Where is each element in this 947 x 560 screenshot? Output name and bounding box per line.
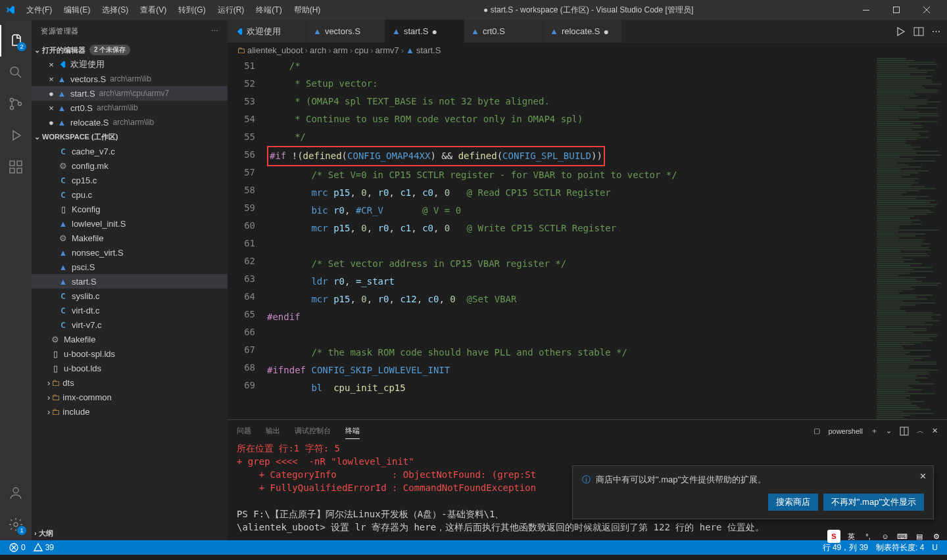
editor-tab[interactable]: ▲relocate.S● (543, 20, 622, 43)
split-terminal-icon[interactable] (900, 427, 909, 436)
menu-view[interactable]: 查看(V) (135, 2, 172, 18)
menu-edit[interactable]: 编辑(E) (59, 2, 95, 18)
file-tree-item[interactable]: ▲lowlevel_init.S (32, 216, 228, 231)
ime-emoji-icon[interactable]: ☺ (879, 530, 892, 543)
panel-tab-problems[interactable]: 问题 (237, 423, 251, 438)
menu-file[interactable]: 文件(F) (21, 2, 57, 18)
breadcrumb-item[interactable]: armv7 (376, 45, 399, 55)
breadcrumb-item[interactable]: alientek_uboot (247, 45, 303, 55)
run-icon[interactable] (895, 26, 906, 37)
activity-bar: 2 1 (0, 20, 32, 540)
svg-rect-9 (17, 161, 22, 166)
code-area[interactable]: 51525354555657585960616263646566676869 /… (228, 57, 947, 419)
vscode-logo-icon (5, 5, 16, 15)
activity-settings[interactable]: 1 (0, 509, 32, 540)
open-editor-item[interactable]: ×▲crt0.Sarch\arm\lib (32, 101, 228, 115)
file-tree-item[interactable]: ⚙Makefile (32, 231, 228, 245)
ime-icon[interactable]: S (827, 530, 840, 543)
workspace-header[interactable]: ⌄ WORKSPACE (工作区) (32, 129, 228, 144)
file-tree-item[interactable]: ⚙Makefile (32, 332, 228, 346)
file-tree-item[interactable]: Cvirt-dt.c (32, 303, 228, 317)
editor-tab[interactable]: ▲vectors.S (306, 20, 385, 43)
panel-tab-debug[interactable]: 调试控制台 (295, 423, 331, 438)
terminal-shell-icon[interactable]: ▢ (813, 427, 820, 435)
sidebar-more-icon[interactable]: ⋯ (211, 27, 219, 35)
activity-debug[interactable] (0, 120, 32, 151)
activity-account[interactable] (0, 477, 32, 509)
menu-help[interactable]: 帮助(H) (289, 2, 326, 18)
panel-tab-output[interactable]: 输出 (266, 423, 280, 438)
file-tree-item[interactable]: ▲start.S (32, 274, 228, 289)
editor-tab[interactable]: 欢迎使用 (228, 20, 306, 43)
dismiss-toast-button[interactable]: 不再对".map"文件显示 (823, 494, 924, 511)
activity-extensions[interactable] (0, 151, 32, 183)
file-tree-item[interactable]: Ccp15.c (32, 173, 228, 187)
terminal-dropdown-icon[interactable]: ⌄ (886, 427, 892, 435)
open-editor-item[interactable]: ●▲start.Sarch\arm\cpu\armv7 (32, 86, 228, 101)
new-terminal-icon[interactable]: ＋ (871, 426, 878, 436)
window-controls (851, 0, 942, 20)
outline-header[interactable]: › 大纲 (32, 526, 228, 540)
status-encoding[interactable]: U (928, 543, 942, 552)
open-editors-header[interactable]: ⌄ 打开的编辑器 2 个未保存 (32, 43, 228, 57)
maximize-panel-icon[interactable]: ︿ (917, 426, 924, 436)
status-errors[interactable]: 0 (5, 543, 30, 552)
ime-punct-icon[interactable]: °, (862, 530, 875, 543)
open-editor-item[interactable]: ●▲relocate.Sarch\arm\lib (32, 115, 228, 129)
file-tree-folder[interactable]: ›🗀include (32, 404, 228, 419)
svg-rect-1 (894, 7, 900, 13)
breadcrumb[interactable]: 🗀 alientek_uboot› arch› arm› cpu› armv7›… (228, 43, 947, 57)
file-tree-folder[interactable]: ›🗀imx-common (32, 390, 228, 404)
ime-keyboard-icon[interactable]: ⌨ (896, 530, 909, 543)
minimap[interactable] (875, 57, 947, 419)
file-tree-item[interactable]: Ccache_v7.c (32, 144, 228, 158)
close-button[interactable] (911, 0, 942, 20)
window-title: ● start.S - workspace (工作区) - Visual Stu… (326, 5, 851, 16)
open-editor-item[interactable]: ×欢迎使用 (32, 57, 228, 72)
status-warnings[interactable]: 39 (30, 543, 58, 552)
menu-selection[interactable]: 选择(S) (97, 2, 134, 18)
close-toast-icon[interactable]: ✕ (919, 471, 927, 481)
open-editors-list: ×欢迎使用×▲vectors.Sarch\arm\lib●▲start.Sarc… (32, 57, 228, 129)
open-editor-item[interactable]: ×▲vectors.Sarch\arm\lib (32, 72, 228, 86)
file-tree-item[interactable]: ▯u-boot.lds (32, 361, 228, 375)
ime-lang-icon[interactable]: 英 (844, 530, 858, 543)
more-icon[interactable]: ⋯ (932, 26, 940, 36)
file-tree-item[interactable]: ▲psci.S (32, 260, 228, 274)
file-tree-item[interactable]: ▯Kconfig (32, 202, 228, 216)
breadcrumb-item[interactable]: start.S (416, 45, 441, 55)
file-tree-folder[interactable]: ›🗀dts (32, 375, 228, 390)
file-tree-item[interactable]: ⚙config.mk (32, 158, 228, 173)
breadcrumb-item[interactable]: cpu (354, 45, 368, 55)
file-tree-item[interactable]: Cvirt-v7.c (32, 317, 228, 332)
file-tree-item[interactable]: ▲nonsec_virt.S (32, 245, 228, 260)
search-marketplace-button[interactable]: 搜索商店 (768, 494, 818, 511)
editor-tab[interactable]: ▲crt0.S (464, 20, 543, 43)
menu-go[interactable]: 转到(G) (173, 2, 210, 18)
open-editors-label: 打开的编辑器 (42, 45, 85, 55)
activity-search[interactable] (0, 57, 32, 88)
breadcrumb-item[interactable]: arch (310, 45, 326, 55)
svg-point-3 (11, 99, 14, 102)
ime-settings-icon[interactable]: ⚙ (930, 530, 943, 543)
activity-scm[interactable] (0, 88, 32, 120)
breadcrumb-item[interactable]: arm (333, 45, 348, 55)
file-tree-item[interactable]: ▯u-boot-spl.lds (32, 346, 228, 361)
maximize-button[interactable] (881, 0, 911, 20)
menu-run[interactable]: 运行(R) (212, 2, 250, 18)
terminal-shell-label[interactable]: powershell (828, 427, 863, 435)
file-tree-item[interactable]: Ccpu.c (32, 187, 228, 202)
close-panel-icon[interactable]: ✕ (932, 427, 938, 435)
ime-softkey-icon[interactable]: ▤ (913, 530, 926, 543)
menu-terminal[interactable]: 终端(T) (251, 2, 287, 18)
split-editor-icon[interactable] (913, 26, 924, 37)
file-tree-item[interactable]: Csyslib.c (32, 289, 228, 303)
status-tab-size[interactable]: 制表符长度: 4 (872, 542, 928, 553)
notification-toast: ⓘ 商店中有可以对".map"文件提供帮助的扩展。 ✕ 搜索商店 不再对".ma… (572, 465, 934, 519)
activity-explorer[interactable]: 2 (0, 25, 32, 57)
code-content[interactable]: /* * Setup vector: * (OMAP4 spl TEXT_BAS… (267, 57, 875, 419)
status-cursor-position[interactable]: 行 49，列 39 (819, 542, 872, 553)
panel-tab-terminal[interactable]: 终端 (345, 423, 360, 439)
minimize-button[interactable] (851, 0, 881, 20)
editor-tab[interactable]: ▲start.S● (385, 20, 464, 43)
